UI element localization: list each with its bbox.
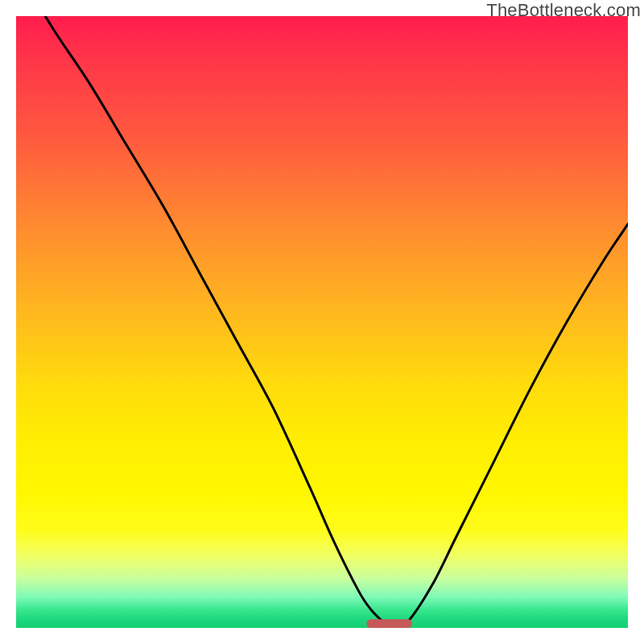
curve-layer <box>16 16 628 628</box>
bottleneck-curve-path <box>16 16 628 625</box>
plot-area <box>16 16 628 628</box>
bottleneck-chart: TheBottleneck.com <box>0 0 644 644</box>
